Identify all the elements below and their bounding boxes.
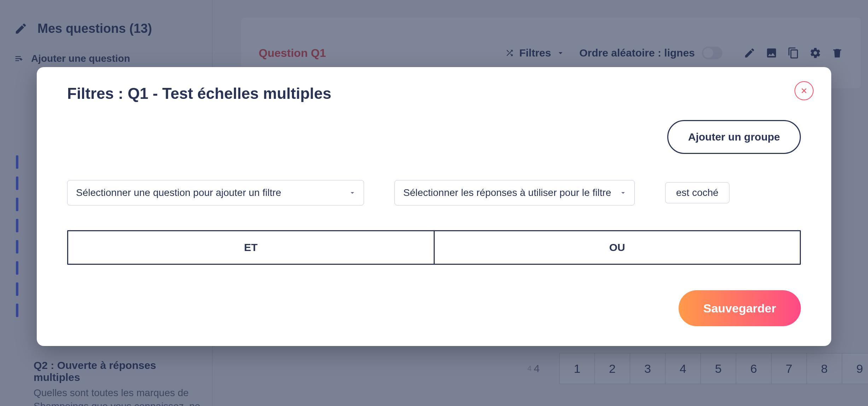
is-checked-label: est coché bbox=[676, 187, 719, 198]
modal-title: Filtres : Q1 - Test échelles multiples bbox=[67, 85, 801, 102]
logic-and-button[interactable]: ET bbox=[68, 231, 434, 264]
logic-or-button[interactable]: OU bbox=[434, 231, 800, 264]
logic-and-label: ET bbox=[244, 241, 258, 253]
add-group-label: Ajouter un groupe bbox=[688, 131, 780, 143]
select-answers-placeholder: Sélectionner les réponses à utiliser pou… bbox=[403, 187, 611, 198]
select-question-placeholder: Sélectionner une question pour ajouter u… bbox=[76, 187, 281, 198]
filter-inputs-row: Sélectionner une question pour ajouter u… bbox=[67, 180, 801, 205]
select-answers[interactable]: Sélectionner les réponses à utiliser pou… bbox=[394, 180, 635, 205]
logic-operator-row: ET OU bbox=[67, 230, 801, 265]
chevron-down-icon bbox=[619, 189, 627, 197]
logic-or-label: OU bbox=[609, 241, 625, 253]
filters-modal: Filtres : Q1 - Test échelles multiples A… bbox=[37, 67, 831, 346]
chevron-down-icon bbox=[348, 189, 357, 197]
close-button[interactable] bbox=[794, 81, 814, 100]
close-icon bbox=[800, 87, 808, 95]
save-button[interactable]: Sauvegarder bbox=[679, 290, 801, 326]
select-question[interactable]: Sélectionner une question pour ajouter u… bbox=[67, 180, 364, 205]
add-group-button[interactable]: Ajouter un groupe bbox=[667, 120, 801, 154]
is-checked-select[interactable]: est coché bbox=[665, 182, 729, 203]
save-button-label: Sauvegarder bbox=[703, 301, 776, 315]
